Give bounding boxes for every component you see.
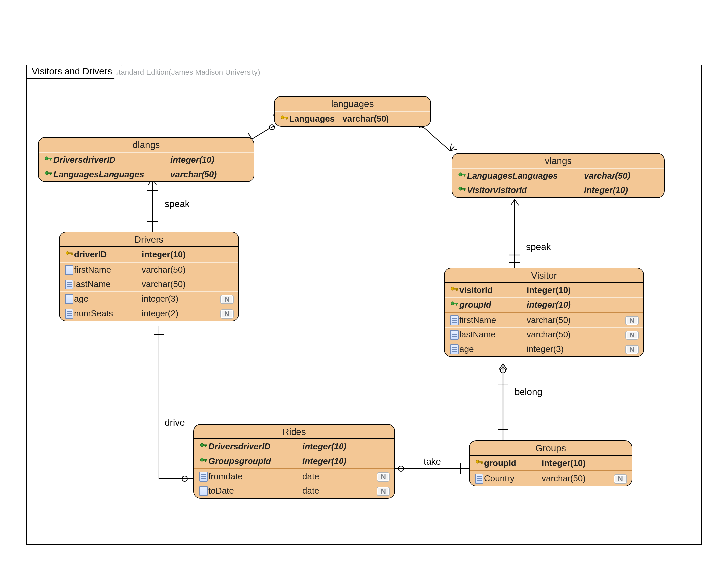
rel-label-take: take [424,456,441,467]
svg-rect-24 [50,159,51,160]
rel-label-drive: drive [165,417,185,428]
svg-rect-54 [482,462,483,463]
table-row: fromdate date N [194,469,394,484]
column-type: integer(2) [142,308,217,319]
column-type: varchar(50) [584,170,660,181]
column-name: VisitorvisitorId [467,185,584,195]
column-name: Country [484,473,542,484]
table-row: LanguagesLanguages varchar(50) [39,167,254,181]
column-icon [64,279,74,290]
column-icon [199,472,208,482]
column-name: LanguagesLanguages [467,170,584,181]
nullable-badge: N [217,308,234,319]
column-name: visitorId [459,285,527,296]
table-row: toDate date N [194,484,394,498]
table-row: firstName varchar(50) N [445,313,643,327]
column-name: lastName [74,279,142,290]
entity-vlangs[interactable]: vlangs LanguagesLanguages varchar(50) Vi… [452,153,665,198]
column-type: integer(10) [170,155,249,165]
column-type: integer(10) [302,456,390,466]
table-row: LanguagesLanguages varchar(50) [452,168,664,183]
column-icon [64,294,74,304]
table-row: driverID integer(10) [60,247,238,261]
column-name: DriversdriverID [208,442,302,452]
svg-rect-33 [464,189,465,191]
svg-rect-20 [286,118,287,119]
column-name: fromdate [208,471,302,482]
nullable-badge: N [622,330,639,340]
foreign-key-icon [43,156,53,164]
page: Visual Paradigm for UML Standard Edition… [0,0,728,563]
foreign-key-icon [199,457,208,465]
table-row: GroupsgroupId integer(10) [194,454,394,468]
foreign-key-icon [199,443,208,451]
nullable-badge: N [217,294,234,304]
column-type: varchar(50) [542,473,611,484]
nullable-badge: N [622,315,639,325]
column-type: integer(10) [584,185,660,195]
svg-rect-40 [456,290,457,291]
table-row: DriversdriverID integer(10) [194,439,394,454]
table-row: visitorId integer(10) [445,283,643,298]
entity-title: Rides [194,425,394,439]
table-row: DriversdriverID integer(10) [39,152,254,167]
rel-label-belong: belong [515,387,542,398]
svg-rect-44 [456,304,457,305]
column-icon [474,474,484,484]
rel-label-speak-visitor: speak [526,242,551,252]
column-name: GroupsgroupId [208,456,302,466]
column-icon [64,309,74,319]
entity-title: vlangs [452,154,664,168]
column-type: date [302,471,373,482]
column-type: integer(10) [542,458,627,468]
table-row: age integer(3) N [445,342,643,356]
column-name: firstName [74,264,142,275]
svg-rect-47 [205,446,206,447]
table-row: lastName varchar(50) N [445,327,643,342]
nullable-badge: N [373,471,390,482]
primary-key-icon [279,115,289,123]
column-icon [199,486,208,496]
svg-rect-21 [287,118,288,119]
entity-dlangs[interactable]: dlangs DriversdriverID integer(10) Langu… [38,137,254,182]
column-name: toDate [208,486,302,496]
svg-rect-36 [71,254,72,255]
column-name: lastName [459,330,527,340]
foreign-key-icon [457,186,467,194]
column-name: driverID [74,249,142,259]
svg-rect-37 [72,254,73,255]
column-type: integer(10) [302,442,390,452]
svg-rect-41 [457,290,458,291]
primary-key-icon [474,459,484,467]
column-name: DriversdriverID [53,155,170,165]
column-type: integer(10) [527,285,639,296]
column-type: varchar(50) [142,264,234,275]
column-type: varchar(50) [170,169,249,179]
diagram-frame-title: Visitors and Drivers [26,65,122,79]
column-type: varchar(50) [527,330,622,340]
entity-groups[interactable]: Groups groupId integer(10) Country varch… [469,441,632,486]
entity-visitor[interactable]: Visitor visitorId integer(10) groupId in… [444,267,644,357]
column-icon [449,330,459,340]
entity-title: Groups [470,441,632,456]
column-type: date [302,486,373,496]
column-name: age [459,344,527,354]
svg-rect-30 [464,175,465,176]
svg-rect-50 [205,460,206,462]
entity-rides[interactable]: Rides DriversdriverID integer(10) Groups… [193,424,395,499]
column-name: age [74,294,142,304]
table-row: age integer(3) N [60,292,238,306]
column-type: varchar(50) [142,279,234,290]
table-row: firstName varchar(50) [60,262,238,277]
column-type: varchar(50) [342,114,426,124]
entity-drivers[interactable]: Drivers driverID integer(10) firstName v… [59,232,239,321]
foreign-key-icon [457,172,467,180]
svg-rect-27 [50,173,51,175]
entity-languages[interactable]: languages Languages varchar(50) [274,96,431,126]
column-icon [449,315,459,325]
table-row: lastName varchar(50) [60,277,238,292]
primary-key-icon [449,287,459,295]
column-type: integer(10) [527,300,639,310]
column-type: varchar(50) [527,315,622,325]
entity-title: dlangs [39,138,254,152]
